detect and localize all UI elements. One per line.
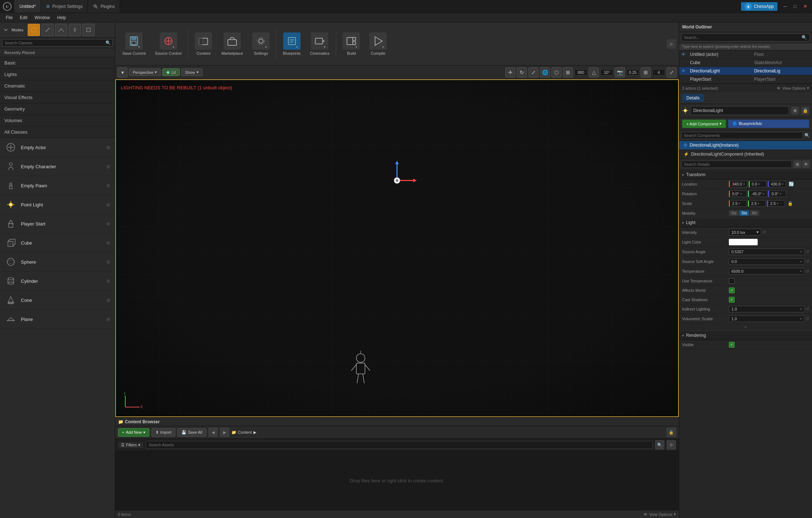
detail-browse-icon[interactable]: ⊕ [791, 107, 799, 115]
outliner-row-player-start[interactable]: PlayerStart PlayerStart [679, 75, 812, 84]
location-y-field[interactable]: 0.0 ▾ [749, 181, 767, 187]
rotation-x-field[interactable]: 0.0° ▾ [729, 191, 747, 197]
list-item-cube[interactable]: Cube ⊕ [0, 233, 115, 253]
location-x-field[interactable]: 340.0 ▾ [729, 181, 748, 187]
mode-landscape-btn[interactable] [55, 24, 67, 36]
vp-rotate-icon[interactable]: ↻ [517, 67, 527, 77]
show-button[interactable]: Show ▾ [181, 68, 203, 76]
indirect-lighting-field[interactable]: 1.0 ▾ [729, 306, 804, 312]
outliner-row-cube[interactable]: Cube StaticMeshAct [679, 59, 812, 67]
close-button[interactable]: ✕ [800, 2, 810, 11]
menu-help[interactable]: Help [54, 14, 70, 21]
cb-lock-icon[interactable]: 🔒 [667, 428, 676, 437]
light-color-swatch[interactable] [729, 239, 758, 245]
rendering-section-header[interactable]: Rendering [679, 331, 812, 340]
content-button[interactable]: Content [190, 30, 216, 58]
empty-character-add[interactable]: ⊕ [106, 164, 110, 169]
component-search-input[interactable] [681, 132, 803, 139]
cb-view-options-button[interactable]: 👁 View Options ▾ [644, 512, 676, 517]
cat-volumes[interactable]: Volumes [0, 115, 115, 126]
player-start-add[interactable]: ⊕ [106, 221, 110, 227]
cb-filters-btn[interactable]: ☰ Filters ▾ [118, 442, 143, 448]
vp-world-icon[interactable]: 🌐 [540, 67, 550, 77]
indirect-reset[interactable]: ↺ [806, 307, 809, 312]
list-item-empty-actor[interactable]: Empty Actor ⊕ [0, 138, 115, 157]
volumetric-reset[interactable]: ↺ [806, 316, 809, 321]
cb-nav-forward[interactable]: ▶ [220, 428, 229, 437]
location-z-field[interactable]: 430.0 ▾ [768, 181, 786, 187]
actor-name-input[interactable] [691, 106, 789, 115]
mobility-stationary-btn[interactable]: Sta [739, 210, 749, 216]
intensity-field[interactable]: 10.0 lux ▾ [729, 229, 761, 236]
cat-basic[interactable]: Basic [0, 57, 115, 69]
blueprint-add-button[interactable]: 🔵 Blueprint/Adc [728, 120, 809, 128]
tab-untitled[interactable]: Untitled* [14, 0, 41, 13]
source-angle-reset[interactable]: ↺ [806, 249, 809, 254]
scale-y-field[interactable]: 2.5 ▾ [748, 200, 766, 207]
tab-project-settings[interactable]: ⚙ Project Settings [41, 0, 88, 13]
detail-eye-btn[interactable]: 👁 [802, 160, 810, 168]
component-directional-light-component[interactable]: ⚡ DirectionalLightComponent (Inherited) [679, 150, 812, 159]
save-all-button[interactable]: 💾 Save All [177, 428, 206, 437]
mode-paint-btn[interactable] [41, 24, 54, 36]
outliner-view-options-button[interactable]: 👁 View Options ▾ [777, 86, 809, 90]
menu-edit[interactable]: Edit [16, 14, 31, 21]
build-button[interactable]: ▾ Build [338, 30, 364, 58]
outliner-row-directional-light[interactable]: 👁 DirectionalLight DirectionalLig [679, 67, 812, 75]
component-directional-light-instance[interactable]: ⚙ DirectionalLight(Instance) [679, 141, 812, 150]
viewport[interactable]: LIGHTING NEEDS TO BE REBUILT (1 unbuilt … [115, 79, 679, 417]
plane-add[interactable]: ⊕ [106, 316, 110, 322]
list-item-player-start[interactable]: Player Start ⊕ [0, 214, 115, 233]
compile-button[interactable]: ▾ Compile [365, 30, 391, 58]
marketplace-button[interactable]: Marketplace [217, 30, 247, 58]
point-light-add[interactable]: ⊕ [106, 202, 110, 207]
details-tab[interactable]: Details [682, 94, 704, 102]
perspective-button[interactable]: Perspective ▾ [129, 68, 161, 76]
list-item-empty-pawn[interactable]: Empty Pawn ⊕ [0, 176, 115, 195]
list-item-cylinder[interactable]: Cylinder ⊕ [0, 272, 115, 291]
details-search-input[interactable] [681, 161, 792, 168]
settings-button[interactable]: ▾ Settings [248, 30, 274, 58]
list-item-plane[interactable]: Plane ⊕ [0, 310, 115, 329]
source-soft-reset[interactable]: ↺ [806, 259, 809, 264]
cb-search-icon[interactable]: 🔍 [655, 440, 664, 450]
affects-world-checkbox[interactable]: ✓ [729, 287, 735, 293]
add-new-button[interactable]: + Add New ▾ [118, 428, 149, 437]
maximize-button[interactable]: □ [790, 2, 800, 11]
visible-checkbox[interactable]: ✓ [729, 342, 735, 348]
vp-camera-icon[interactable]: 📷 [615, 67, 625, 77]
list-item-sphere[interactable]: Sphere ⊕ [0, 253, 115, 272]
cinematics-button[interactable]: ▾ Cinematics [306, 30, 334, 58]
mode-placement-btn[interactable] [28, 24, 40, 36]
volumetric-scatter-field[interactable]: 1.0 ▾ [729, 316, 804, 322]
list-item-point-light[interactable]: Point Light ⊕ [0, 195, 115, 214]
temperature-field[interactable]: 6500.0 ▾ [729, 268, 804, 274]
rotation-z-field[interactable]: 0.0° ▾ [768, 191, 786, 197]
menu-file[interactable]: File [2, 14, 16, 21]
outliner-search-input[interactable] [681, 34, 810, 41]
tab-plugins[interactable]: 🔌 Plugins [88, 0, 120, 13]
cat-all-classes[interactable]: All Classes [0, 126, 115, 138]
toolbar-expand-button[interactable]: » [667, 39, 676, 49]
use-temperature-checkbox[interactable] [729, 278, 735, 284]
vp-grid-icon[interactable]: ⊞ [563, 67, 573, 77]
vp-surface-icon[interactable]: ⬡ [551, 67, 561, 77]
detail-grid-view-btn[interactable]: ⊞ [793, 160, 801, 168]
cb-nav-back[interactable]: ◀ [208, 428, 218, 437]
save-current-button[interactable]: ▾ Save Current [118, 30, 150, 58]
cube-add[interactable]: ⊕ [106, 240, 110, 246]
vp-maximize-icon[interactable]: ⤢ [667, 67, 677, 77]
vp-translate-icon[interactable]: ✛ [505, 67, 515, 77]
vp-angle-icon[interactable]: △ [589, 67, 599, 77]
cb-path-item[interactable]: 📁 Content ▶ [231, 430, 256, 435]
viewport-settings-dropdown[interactable]: ▾ [117, 67, 127, 77]
minimize-button[interactable]: ─ [780, 2, 790, 11]
sphere-add[interactable]: ⊕ [106, 259, 110, 265]
outliner-row-untitled[interactable]: 👁 Untitled (actor) Floor [679, 50, 812, 59]
list-item-empty-character[interactable]: Empty Character ⊕ [0, 157, 115, 176]
cat-lights[interactable]: Lights [0, 69, 115, 80]
cb-search-input[interactable] [145, 441, 653, 449]
cat-geometry[interactable]: Geometry [0, 103, 115, 115]
list-item-cone[interactable]: Cone ⊕ [0, 291, 115, 310]
search-classes-input[interactable] [2, 39, 113, 46]
